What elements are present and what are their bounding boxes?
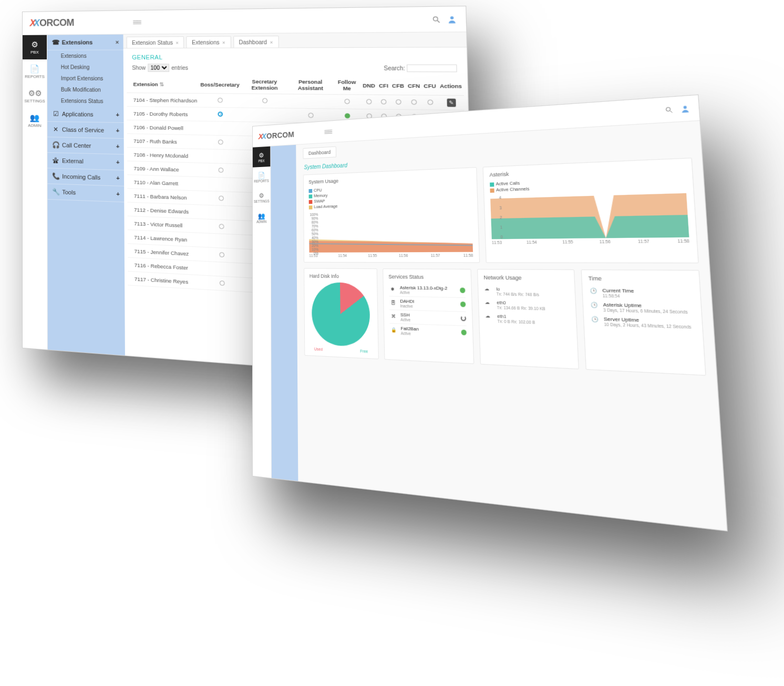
time-label: Current Time11:58:54 (602, 287, 634, 298)
sidebar-sub-bulk-modification[interactable]: Bulk Modification (47, 84, 123, 96)
sidebar (271, 145, 298, 481)
sidebar-group-applications[interactable]: ☑Applications+ (47, 106, 123, 123)
sidebar-group-tools[interactable]: 🔧Tools+ (47, 184, 124, 202)
cloud-icon: ☁ (484, 299, 493, 305)
rail-item-admin[interactable]: 👥ADMIN (253, 207, 271, 228)
status-dot-icon (461, 330, 467, 336)
iface-name: loTx: 744 B/s Rx: 748 B/s (496, 286, 539, 296)
tab-dashboard[interactable]: Dashboard (303, 147, 336, 159)
tab-dashboard[interactable]: Dashboard× (233, 36, 279, 48)
rail-item-admin[interactable]: 👥ADMIN (23, 108, 47, 133)
status-dot-icon (460, 287, 465, 293)
expand-icon[interactable]: + (116, 191, 120, 198)
tab-close-icon[interactable]: × (176, 40, 179, 45)
rail-item-reports[interactable]: 📄REPORTS (23, 59, 47, 84)
col-cfn[interactable]: CFN (406, 76, 422, 95)
rail-item-settings[interactable]: ⚙⚙SETTINGS (23, 84, 47, 108)
edit-button[interactable]: ✎ (447, 99, 456, 107)
search-input[interactable] (407, 65, 457, 72)
tab-close-icon[interactable]: × (270, 39, 273, 45)
sidebar-group-incoming-calls[interactable]: 📞Incoming Calls+ (47, 168, 124, 186)
sidebar-sub-extensions[interactable]: Extensions (47, 50, 123, 62)
col-cfi[interactable]: CFI (377, 76, 390, 95)
sidebar-group-class-of-service[interactable]: ✕Class of Service+ (47, 122, 123, 139)
col-personal-assistant[interactable]: Personal Assistant (288, 76, 333, 95)
svg-line-1 (437, 20, 439, 23)
service-row: 🗄DAHDIInactive (389, 296, 466, 311)
legend: CPUMemorySWAPLoad Average (308, 182, 471, 211)
tab-close-icon[interactable]: × (222, 40, 225, 46)
cell-extension: 7106 - Donald Powell (127, 120, 199, 135)
group-icon: 📞 (51, 172, 60, 180)
svg-point-0 (434, 16, 438, 20)
col-follow-me[interactable]: Follow Me (333, 76, 361, 95)
system-usage-chart: 100%90%80%70%60%50%40%30%20%10%0% (309, 209, 473, 252)
card-title: Network Usage (483, 274, 567, 281)
cell-extension: 7108 - Henry Mcdonald (127, 147, 200, 163)
expand-icon[interactable]: + (116, 159, 120, 165)
close-icon[interactable]: × (116, 39, 119, 45)
service-icon: ⌘ (389, 314, 397, 319)
rail-item-pbx[interactable]: ⚙PBX (253, 147, 271, 168)
sidebar-header-extensions[interactable]: ☎ Extensions × (47, 35, 123, 50)
col-cfu[interactable]: CFU (421, 76, 438, 95)
expand-icon[interactable]: + (116, 127, 120, 134)
col-actions[interactable]: Actions (438, 76, 464, 96)
col-dnd[interactable]: DND (360, 76, 377, 95)
tab-extensions[interactable]: Extensions× (187, 36, 231, 48)
menu-icon[interactable]: ≡≡ (132, 17, 140, 27)
network-row: ☁loTx: 744 B/s Rx: 748 B/s (484, 284, 568, 299)
group-icon: ☑ (51, 110, 60, 117)
iface-name: eth1Tx: 0 B Rx: 102.00 B (497, 313, 535, 324)
rail-item-settings[interactable]: ⚙SETTINGS (253, 187, 271, 208)
sidebar-sub-hot-desking[interactable]: Hot Desking (47, 61, 123, 73)
network-row: ☁eth0Tx: 134.66 B Rx: 39.10 KB (484, 297, 569, 313)
x-axis: 11:5311:5411:5511:5611:5711:58 (492, 239, 689, 245)
group-icon: 🎧 (51, 141, 60, 149)
cloud-icon: ☁ (485, 313, 494, 319)
rail-item-reports[interactable]: 📄REPORTS (253, 167, 271, 188)
sort-icon[interactable]: ⇅ (159, 81, 163, 87)
group-label: Class of Service (62, 126, 104, 133)
tick: 11:58 (677, 239, 689, 244)
sidebar-group-external[interactable]: 🛣External+ (47, 153, 124, 171)
search-icon[interactable] (432, 15, 441, 24)
status-dot-icon (460, 302, 465, 307)
svg-point-5 (683, 106, 687, 109)
status-off-icon (411, 99, 417, 105)
tab-label: Extensions (192, 39, 219, 46)
sidebar-group-call-center[interactable]: 🎧Call Center+ (47, 137, 124, 154)
rail-icon: 👥 (258, 212, 265, 220)
time-label: Server Uptime10 Days, 2 Hours, 43 Minute… (604, 316, 692, 329)
service-icon: ✱ (389, 287, 397, 292)
tick: 11:58 (463, 253, 473, 257)
menu-icon[interactable]: ≡≡ (324, 127, 332, 137)
user-icon[interactable] (680, 103, 690, 113)
expand-icon[interactable]: + (116, 143, 120, 150)
status-off-icon (427, 99, 433, 105)
group-icon: 🔧 (51, 188, 60, 196)
card-system-usage: System Usage CPUMemorySWAPLoad Average 1… (303, 167, 480, 263)
expand-icon[interactable]: + (116, 111, 120, 118)
service-name: Fail2BanActive (400, 326, 457, 337)
col-extension[interactable]: Extension ⇅ (127, 75, 199, 93)
status-off-icon (219, 224, 224, 229)
sidebar-sub-extensions-status[interactable]: Extensions Status (47, 95, 123, 107)
col-cfb[interactable]: CFB (390, 76, 406, 95)
col-boss-secretary[interactable]: Boss/Secretary (199, 75, 241, 93)
status-off-icon (218, 167, 223, 172)
tab-extension-status[interactable]: Extension Status× (127, 36, 184, 48)
search-icon[interactable] (665, 106, 674, 114)
page-size-select[interactable]: 100 (148, 64, 169, 72)
tick: 11:56 (600, 240, 611, 244)
rail-item-pbx[interactable]: ⚙PBX (23, 35, 47, 59)
sidebar-sub-import-extensions[interactable]: Import Extensions (47, 72, 123, 84)
time-label: Asterisk Uptime3 Days, 17 Hours, 6 Minut… (603, 302, 688, 314)
card-title: Time (588, 275, 692, 282)
user-icon[interactable] (447, 14, 457, 24)
service-row: ✱Asterisk 13.13.0-xDig-2Active (389, 283, 466, 297)
col-secretary-extension[interactable]: Secretary Extension (241, 76, 288, 94)
status-off-icon (262, 98, 267, 103)
rail-label: REPORTS (25, 74, 45, 79)
expand-icon[interactable]: + (116, 175, 120, 182)
